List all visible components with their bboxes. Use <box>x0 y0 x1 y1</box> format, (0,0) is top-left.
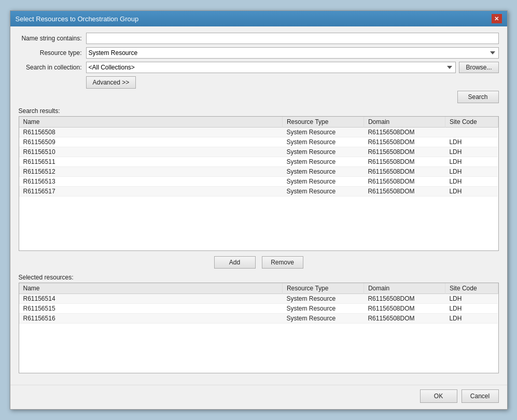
cell-domain: R61156508DOM <box>364 187 445 197</box>
search-results-label: Search results: <box>19 107 499 115</box>
cell-resource-type: System Resource <box>282 137 364 147</box>
table-row[interactable]: R61156510 System Resource R61156508DOM L… <box>19 147 498 157</box>
cell-resource-type: System Resource <box>282 157 364 167</box>
selected-resources-table-container: Name Resource Type Domain Site Code R611… <box>19 283 499 373</box>
dialog-body: Name string contains: Resource type: Sys… <box>10 26 507 385</box>
cancel-button[interactable]: Cancel <box>462 389 499 403</box>
collection-select[interactable]: <All Collections> <box>86 62 456 73</box>
cell-domain: R61156508DOM <box>364 314 445 324</box>
cell-domain: R61156508DOM <box>364 147 445 157</box>
cell-name: R61156508 <box>19 128 283 137</box>
selected-resources-label: Selected resources: <box>19 274 499 281</box>
table-row[interactable]: R61156515 System Resource R61156508DOM L… <box>19 304 498 314</box>
cell-resource-type: System Resource <box>282 314 364 324</box>
resource-type-row: Resource type: System Resource <box>19 47 499 59</box>
name-string-label: Name string contains: <box>19 35 86 42</box>
cell-name: R61156516 <box>19 314 283 324</box>
cell-domain: R61156508DOM <box>364 128 445 137</box>
cell-name: R61156513 <box>19 177 283 187</box>
cell-site-code: LDH <box>445 177 498 187</box>
collection-label: Search in collection: <box>19 64 86 71</box>
name-string-input[interactable] <box>86 33 499 44</box>
cell-domain: R61156508DOM <box>364 304 445 314</box>
cell-domain: R61156508DOM <box>364 294 445 304</box>
cell-site-code: LDH <box>445 167 498 177</box>
collection-row: Search in collection: <All Collections> … <box>19 62 499 73</box>
advanced-button[interactable]: Advanced >> <box>86 76 136 89</box>
action-row: Add Remove <box>19 256 499 269</box>
search-results-table-container: Name Resource Type Domain Site Code R611… <box>19 116 499 251</box>
sel-col-header-domain: Domain <box>364 283 445 294</box>
add-button[interactable]: Add <box>214 256 256 269</box>
selected-resources-header: Name Resource Type Domain Site Code <box>19 283 498 294</box>
table-row[interactable]: R61156509 System Resource R61156508DOM L… <box>19 137 498 147</box>
cell-domain: R61156508DOM <box>364 157 445 167</box>
close-button[interactable]: ✕ <box>492 14 502 23</box>
remove-button[interactable]: Remove <box>262 256 303 269</box>
resource-type-label: Resource type: <box>19 49 86 57</box>
table-row[interactable]: R61156508 System Resource R61156508DOM <box>19 128 498 137</box>
ok-button[interactable]: OK <box>420 389 457 403</box>
col-header-name: Name <box>19 117 283 128</box>
dialog-footer: OK Cancel <box>10 385 507 409</box>
cell-site-code: LDH <box>445 304 498 314</box>
advanced-row: Advanced >> <box>86 76 499 89</box>
cell-site-code: LDH <box>445 157 498 167</box>
cell-resource-type: System Resource <box>282 128 364 137</box>
title-bar: Select Resources to Orchestration Group … <box>10 11 507 26</box>
cell-site-code: LDH <box>445 294 498 304</box>
selected-resources-table: Name Resource Type Domain Site Code R611… <box>19 283 498 324</box>
cell-site-code <box>445 128 498 137</box>
cell-resource-type: System Resource <box>282 147 364 157</box>
table-row[interactable]: R61156512 System Resource R61156508DOM L… <box>19 167 498 177</box>
resource-type-select[interactable]: System Resource <box>86 47 499 59</box>
search-row: Search <box>19 91 499 103</box>
sel-col-header-name: Name <box>19 283 283 294</box>
table-row[interactable]: R61156511 System Resource R61156508DOM L… <box>19 157 498 167</box>
cell-site-code: LDH <box>445 137 498 147</box>
cell-domain: R61156508DOM <box>364 137 445 147</box>
cell-resource-type: System Resource <box>282 177 364 187</box>
dialog-window: Select Resources to Orchestration Group … <box>10 10 508 410</box>
cell-name: R61156509 <box>19 137 283 147</box>
name-string-row: Name string contains: <box>19 33 499 44</box>
cell-site-code: LDH <box>445 314 498 324</box>
cell-site-code: LDH <box>445 187 498 197</box>
table-row[interactable]: R61156513 System Resource R61156508DOM L… <box>19 177 498 187</box>
col-header-domain: Domain <box>364 117 445 128</box>
cell-resource-type: System Resource <box>282 167 364 177</box>
cell-resource-type: System Resource <box>282 304 364 314</box>
sel-col-header-site-code: Site Code <box>445 283 498 294</box>
search-results-table: Name Resource Type Domain Site Code R611… <box>19 117 498 197</box>
cell-name: R61156515 <box>19 304 283 314</box>
col-header-site-code: Site Code <box>445 117 498 128</box>
search-button[interactable]: Search <box>457 91 499 103</box>
cell-name: R61156510 <box>19 147 283 157</box>
sel-col-header-resource-type: Resource Type <box>282 283 364 294</box>
cell-domain: R61156508DOM <box>364 167 445 177</box>
cell-name: R61156514 <box>19 294 283 304</box>
table-row[interactable]: R61156516 System Resource R61156508DOM L… <box>19 314 498 324</box>
dialog-title: Select Resources to Orchestration Group <box>16 15 139 23</box>
cell-resource-type: System Resource <box>282 294 364 304</box>
table-row[interactable]: R61156514 System Resource R61156508DOM L… <box>19 294 498 304</box>
search-results-header: Name Resource Type Domain Site Code <box>19 117 498 128</box>
cell-resource-type: System Resource <box>282 187 364 197</box>
cell-site-code: LDH <box>445 147 498 157</box>
col-header-resource-type: Resource Type <box>282 117 364 128</box>
cell-name: R61156511 <box>19 157 283 167</box>
cell-domain: R61156508DOM <box>364 177 445 187</box>
cell-name: R61156512 <box>19 167 283 177</box>
browse-button[interactable]: Browse... <box>459 62 498 73</box>
cell-name: R61156517 <box>19 187 283 197</box>
table-row[interactable]: R61156517 System Resource R61156508DOM L… <box>19 187 498 197</box>
